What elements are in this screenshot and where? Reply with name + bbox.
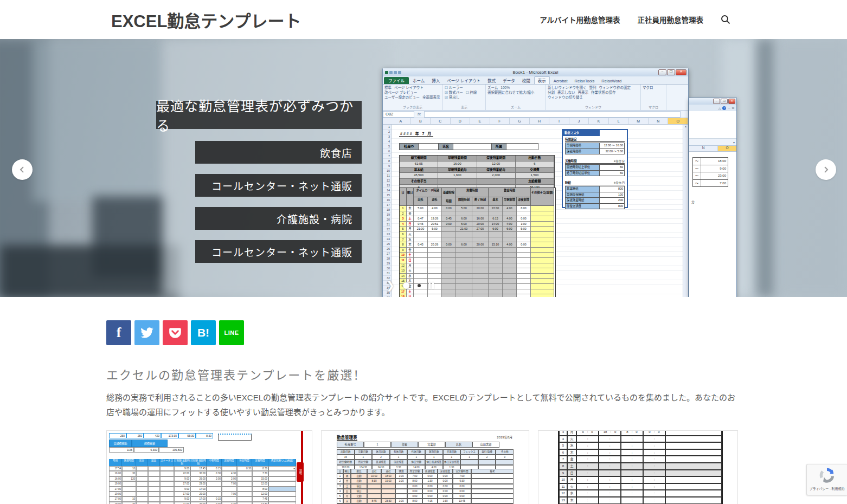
cell-night — [517, 268, 531, 274]
template-thumbnail-1[interactable]: 250250420173:3055:308:30 交通費補助 経費総額 1/25… — [106, 430, 312, 504]
ribbon-button: 改ページ プレビュー — [384, 91, 417, 95]
row-header-cell: 20 — [383, 217, 391, 222]
search-icon[interactable] — [721, 15, 730, 24]
cell-time: : — [621, 483, 643, 490]
ribbon-button: 新しいウィンドウを開く — [548, 86, 587, 90]
cell-early: 4:00 — [503, 206, 517, 211]
cell-time: : — [621, 476, 643, 483]
cell-day: 11 — [559, 483, 567, 490]
recaptcha-logo-icon — [819, 468, 835, 483]
cell-early: 4:00 — [503, 242, 517, 248]
cell: 250 — [109, 433, 126, 438]
cell-remark — [665, 476, 722, 483]
cell-deduction: 0:00 — [442, 222, 456, 227]
th-clockin: 出社 — [414, 197, 428, 206]
cell-weekday: 火 — [567, 483, 576, 490]
site-title[interactable]: EXCEL勤怠テンプレート — [111, 8, 301, 32]
cell-base: 15:10 — [489, 242, 503, 248]
cell-end — [472, 263, 489, 269]
close-button: ✕ — [728, 99, 735, 104]
th-workhours: 労働時間 — [456, 188, 489, 197]
cell-other — [531, 211, 554, 217]
cell-end: 20:00 — [472, 222, 489, 227]
cell-time: : — [643, 483, 665, 490]
cell-start — [456, 248, 472, 253]
nav-link-fulltime[interactable]: 正社員用勤怠管理表 — [638, 14, 704, 25]
hatena-share-button[interactable]: B! — [191, 320, 216, 345]
hero-category-banner[interactable]: 介護施設・病院 — [195, 207, 362, 230]
cell-time: : — [621, 442, 643, 449]
cell-day: 8 — [559, 463, 567, 470]
cell-clockin — [414, 211, 428, 217]
cell-time: : — [621, 490, 643, 497]
row-header-cell: 1 — [383, 125, 391, 130]
nav-link-parttime[interactable]: アルバイト用勤怠管理表 — [540, 14, 620, 25]
cell-day: 13 — [400, 268, 407, 274]
row-header-cell: 4 — [383, 139, 391, 144]
hero-category-banner[interactable]: コールセンター・ネット通販 — [195, 240, 362, 263]
ribbon-group-label: マクロ — [643, 105, 664, 110]
cell-other — [531, 274, 554, 279]
cell-time: 0 : 0 — [643, 430, 665, 436]
hatena-icon: B! — [197, 326, 209, 339]
ribbon-checkbox: ☑ 数式バー — [445, 91, 463, 95]
ribbon-button: 標準 — [384, 86, 392, 90]
template-thumbnail-3[interactable]: 3 月 9 : 0 18 : 0 8 : 0 0 : 0 4 火 : : : : — [538, 430, 738, 504]
recaptcha-privacy-label[interactable]: プライバシー - 利用規約 — [807, 486, 847, 491]
hero-category-banner[interactable]: コールセンター・ネット通販 — [195, 174, 362, 197]
name-label: 氏名 — [439, 144, 453, 150]
summary-cell: 深夜残業時間 — [477, 156, 516, 161]
column-headers: ABCDEFGHIJKLMNO — [383, 118, 688, 125]
summary-cell: 1,500 — [516, 173, 554, 179]
cell-time: : — [599, 483, 621, 490]
twitter-share-button[interactable] — [134, 320, 159, 345]
column-header: 打刻値 退勤時刻 — [190, 459, 207, 466]
slider-dot[interactable] — [418, 284, 421, 287]
ribbon-tab-strip: ファイル ホーム 挿入 ページ レイアウト 数式 データ 校閲 表示 Acrob… — [383, 76, 688, 85]
column-header-cell: O — [668, 118, 688, 124]
cell-clockin — [414, 263, 428, 269]
help-icon: ? — [722, 106, 726, 110]
slider-pause-button[interactable] — [429, 282, 434, 289]
restore-button: ❐ — [667, 69, 675, 75]
cell-weekday: 木 — [407, 242, 414, 248]
ribbon-tab: RelaxTools — [572, 78, 598, 84]
ribbon-tab: ページ レイアウト — [444, 77, 484, 84]
cell-day: 5 — [400, 227, 407, 232]
cell-day: 8 — [400, 242, 407, 248]
cell-weekday: 月 — [567, 430, 576, 436]
cell-day: 3 — [400, 216, 407, 222]
cell-early: 4:00 — [503, 216, 517, 222]
cell-weekday: 木 — [567, 449, 576, 456]
cell-weekday: 日 — [407, 258, 414, 263]
slider-next-button[interactable] — [816, 159, 836, 180]
line-share-button[interactable]: LINE — [219, 320, 244, 345]
column-header: 打刻値 出勤時刻 — [174, 459, 190, 466]
cell-base — [489, 284, 503, 289]
summary-table: 総労働時間 早朝残業時間 深夜残業時間 出勤日数 61:05 16:00 12:… — [399, 155, 555, 191]
slider-dot-active[interactable] — [403, 282, 409, 289]
slider-prev-button[interactable] — [12, 159, 33, 180]
column-header-cell: J — [569, 118, 589, 124]
column-header: 承認状態 (入力画面) — [268, 459, 296, 466]
hero-bg-shape — [0, 245, 179, 297]
cell-base: 6:15 — [489, 216, 503, 222]
hero-category-banner[interactable]: 飲食店 — [195, 141, 362, 164]
cell: 6,300 — [134, 447, 159, 453]
cell-deduction — [442, 268, 456, 274]
template-thumbnail-2[interactable]: 勤怠管理表 2019年8月 社員番号1部署営業部氏名山田太郎 出勤日数欠勤日数休… — [321, 430, 529, 504]
cell-start — [456, 211, 472, 217]
id-label: 社員ID — [400, 144, 419, 150]
cell-end — [472, 279, 489, 284]
employee-id-bar: 社員ID 氏名 所属 — [399, 143, 538, 150]
cell-clockout: 20:51 — [428, 222, 442, 227]
facebook-share-button[interactable]: f — [106, 320, 131, 345]
slider-filmstrip-next-icon[interactable]: ❯ — [386, 280, 395, 292]
cell-base — [489, 268, 503, 274]
sheet-title: 勤怠管理表 — [337, 434, 357, 441]
pocket-share-button[interactable] — [163, 320, 188, 345]
hero-bg-shape — [777, 39, 847, 297]
recaptcha-badge[interactable]: プライバシー - 利用規約 — [806, 464, 847, 495]
cell-start — [456, 284, 472, 289]
info-cell: 部署 — [391, 442, 418, 448]
